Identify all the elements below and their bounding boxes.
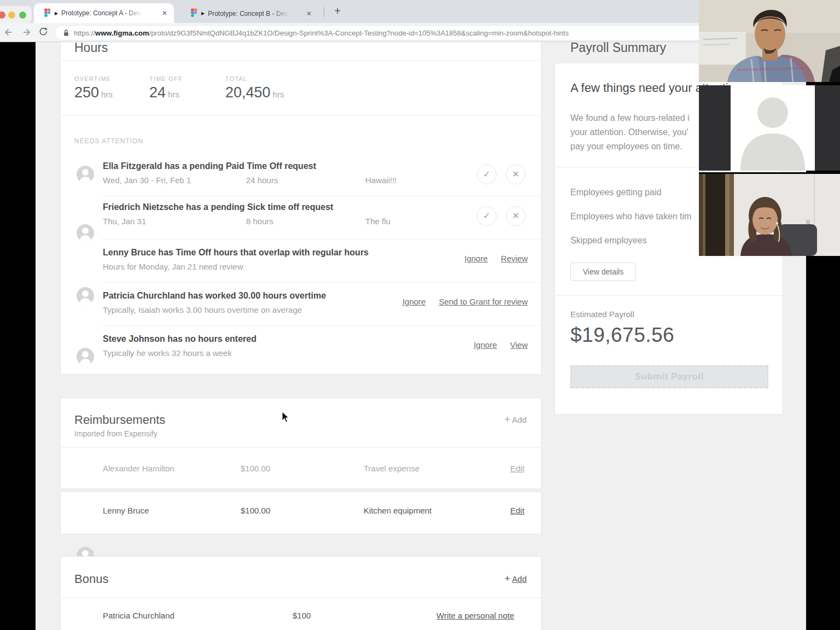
bonus-name: Patricia Churchland — [103, 611, 174, 620]
tab-concept-a[interactable]: ▶ Prototype: Concept A - Des ✕ — [34, 3, 174, 23]
edit-link[interactable]: Edit — [510, 464, 524, 473]
add-reimbursement-button[interactable]: + Add — [418, 414, 527, 425]
approve-button[interactable]: ✓ — [477, 206, 497, 226]
deny-button[interactable]: ✕ — [506, 165, 526, 184]
zoom-window-button[interactable] — [19, 11, 26, 19]
video-call-thumbnails — [699, 0, 840, 254]
ignore-link[interactable]: Ignore — [464, 254, 488, 263]
plus-icon: + — [504, 414, 510, 425]
reimbursement-name: Alexander Hamilton — [103, 464, 174, 473]
attention-row-note: Hawaii!!! — [365, 176, 397, 185]
reimbursement-amount: $100.00 — [241, 506, 270, 515]
divider — [555, 295, 783, 296]
url-path: /proto/dz9G3fSNmtQdNGBJ4q1bZK1O/Design-S… — [149, 29, 569, 37]
stat-label-total: TOTAL — [225, 75, 247, 82]
reimbursement-category: Travel expense — [364, 464, 419, 473]
divider — [101, 239, 541, 240]
attention-row-title: Patricia Churchland has worked 30.00 hou… — [103, 291, 326, 301]
payroll-summary-title: Payroll Summary — [570, 42, 666, 55]
reimbursement-name: Lenny Bruce — [103, 506, 149, 515]
attention-row-date: Thu, Jan 31 — [103, 217, 146, 226]
participant-3-photo — [699, 174, 840, 256]
attention-row-title: Ella Fitzgerald has a pending Paid Time … — [103, 161, 316, 171]
attention-row-subtitle: Hours for Monday, Jan 21 need review — [103, 262, 243, 271]
forward-icon[interactable] — [21, 27, 32, 38]
estimated-payroll-label: Estimated Payroll — [570, 310, 634, 319]
placeholder-background — [731, 85, 815, 171]
ignore-link[interactable]: Ignore — [402, 297, 426, 306]
figma-prototype-viewport: Hours OVERTIME TIME OFF TOTAL 250hrs 24h… — [36, 42, 806, 630]
new-tab-button[interactable]: + — [330, 4, 345, 19]
divider — [60, 598, 541, 598]
ignore-link[interactable]: Ignore — [474, 340, 497, 349]
summary-paragraph: We found a few hours-related i your atte… — [570, 111, 690, 154]
approve-button[interactable]: ✓ — [477, 165, 497, 184]
participant-video-2 — [699, 85, 840, 171]
url-scheme: https:// — [74, 29, 95, 37]
tab-title: Prototype: Concept B - Des — [208, 10, 290, 18]
estimated-payroll-amount: $19,675.56 — [570, 324, 674, 347]
figma-favicon-icon — [44, 8, 51, 19]
summary-items: Employees getting paid Employees who hav… — [570, 180, 691, 253]
divider — [60, 60, 541, 61]
add-bonus-button[interactable]: + Add — [418, 573, 527, 585]
bonus-amount: $100 — [293, 611, 311, 620]
stat-value-total: 20,450hrs — [225, 84, 284, 101]
divider — [60, 447, 541, 448]
avatar — [77, 166, 94, 183]
avatar — [77, 224, 94, 242]
stat-value-timeoff: 24hrs — [149, 84, 179, 101]
hours-title: Hours — [74, 42, 108, 55]
tab-divider — [324, 7, 324, 17]
prototype-play-icon: ▶ — [55, 11, 58, 16]
mouse-cursor — [282, 411, 290, 423]
tab-concept-b[interactable]: ▶ Prototype: Concept B - Des ✕ — [180, 4, 318, 23]
attention-row-hours: 8 hours — [246, 217, 273, 226]
letterbox-bar — [815, 85, 840, 171]
reimbursements-subtitle: Imported from Expensify — [74, 429, 158, 438]
reimbursement-amount: $100.00 — [241, 464, 270, 473]
close-tab-icon[interactable]: ✕ — [306, 10, 312, 18]
person-placeholder-icon — [731, 85, 815, 171]
attention-row-date: Wed, Jan 30 - Fri, Feb 1 — [103, 176, 191, 185]
close-tab-icon[interactable]: ✕ — [162, 9, 167, 17]
participant-video-1 — [699, 0, 840, 82]
avatar — [77, 348, 94, 365]
reimbursement-category: Kitchen equipment — [364, 506, 431, 515]
divider — [60, 115, 541, 116]
bonus-title: Bonus — [74, 572, 108, 586]
stat-label-timeoff: TIME OFF — [149, 75, 183, 82]
view-link[interactable]: View — [510, 340, 528, 349]
edit-link[interactable]: Edit — [510, 506, 524, 515]
attention-row-subtitle: Typically, Isaiah works 3.00 hours overt… — [103, 305, 302, 314]
view-details-button[interactable]: View details — [570, 262, 636, 281]
divider — [101, 196, 541, 196]
minimize-window-button[interactable] — [8, 11, 15, 19]
url-host: www.figma.com — [95, 29, 149, 37]
attention-row-actions: IgnoreSend to Grant for review — [309, 297, 528, 306]
prototype-play-icon: ▶ — [201, 11, 205, 16]
attention-row-title: Friedrich Nietzsche has a pending Sick t… — [103, 202, 333, 212]
reimbursements-title: Reimbursements — [74, 413, 165, 427]
back-icon[interactable] — [3, 27, 14, 38]
attention-row-actions: IgnoreReview — [309, 254, 528, 263]
attention-row-title: Steve Johnson has no hours entered — [103, 334, 256, 344]
deny-button[interactable]: ✕ — [506, 206, 526, 226]
attention-row-note: The flu — [365, 217, 390, 226]
summary-item: Employees who have taken tim — [570, 205, 691, 229]
letterbox-bar — [699, 85, 731, 171]
submit-payroll-button[interactable]: Submit Payroll — [570, 365, 768, 388]
attention-row-actions: IgnoreView — [309, 340, 528, 349]
lock-icon — [63, 29, 69, 37]
refresh-icon[interactable] — [38, 27, 49, 38]
send-review-link[interactable]: Send to Grant for review — [439, 297, 528, 306]
attention-row-subtitle: Typically he works 32 hours a week — [103, 348, 232, 358]
tab-title: Prototype: Concept A - Des — [61, 9, 143, 17]
address-bar[interactable]: https://www.figma.com/proto/dz9G3fSNmtQd… — [55, 25, 800, 40]
summary-item: Skipped employees — [570, 229, 691, 253]
write-note-link[interactable]: Write a personal note — [436, 611, 514, 620]
needs-attention-label: NEEDS ATTENTION — [74, 137, 143, 145]
attention-row-hours: 24 hours — [246, 176, 278, 185]
review-link[interactable]: Review — [501, 254, 528, 263]
participant-video-3 — [699, 172, 840, 256]
